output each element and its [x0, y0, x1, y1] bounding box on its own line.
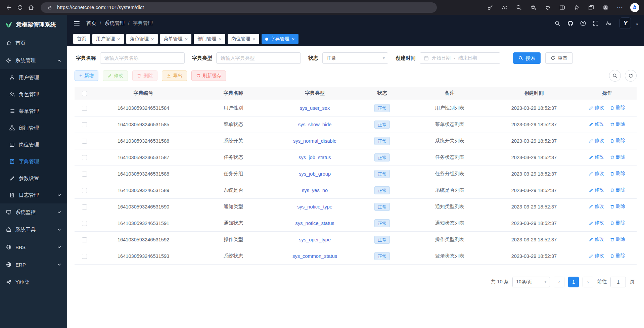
sidebar-item-menu[interactable]: 菜单管理	[0, 103, 67, 120]
password-key-icon[interactable]	[486, 3, 494, 11]
reset-button[interactable]: 重置	[545, 52, 573, 64]
delete-button[interactable]: 删除	[132, 71, 157, 81]
row-edit-button[interactable]: 修改	[589, 138, 604, 144]
row-edit-button[interactable]: 修改	[589, 187, 604, 193]
refresh-cache-button[interactable]: 刷新缓存	[191, 71, 226, 81]
view-tab[interactable]: 部门管理 ×	[194, 34, 225, 44]
view-tab[interactable]: 用户管理 ×	[92, 34, 124, 44]
user-menu-caret-icon[interactable]: ▾	[636, 22, 638, 27]
row-delete-button[interactable]: 删除	[610, 138, 625, 144]
row-delete-button[interactable]: 删除	[610, 187, 625, 193]
row-checkbox[interactable]	[82, 106, 87, 111]
row-checkbox[interactable]	[82, 188, 87, 193]
row-delete-button[interactable]: 删除	[610, 105, 625, 111]
split-screen-icon[interactable]	[558, 3, 566, 11]
row-checkbox[interactable]	[82, 155, 87, 160]
sidebar-item-post[interactable]: 岗位管理	[0, 136, 67, 153]
favorites-bar-icon[interactable]	[572, 3, 581, 11]
dict-type-link[interactable]: sys_job_group	[299, 171, 331, 177]
row-checkbox[interactable]	[82, 204, 87, 209]
sidebar-item-tools[interactable]: 系统工具	[0, 221, 67, 238]
dict-name-input[interactable]	[100, 52, 185, 64]
row-delete-button[interactable]: 删除	[610, 203, 625, 209]
row-edit-button[interactable]: 修改	[589, 253, 604, 259]
goto-page-input[interactable]	[610, 277, 626, 287]
profile-avatar[interactable]	[601, 3, 609, 11]
dict-type-link[interactable]: sys_notice_status	[295, 221, 334, 226]
row-edit-button[interactable]: 修改	[589, 220, 604, 226]
row-edit-button[interactable]: 修改	[589, 121, 604, 127]
sidebar-item-log[interactable]: 日志管理	[0, 187, 67, 203]
add-favorite-icon[interactable]	[529, 3, 537, 11]
view-tab[interactable]: 岗位管理 ×	[228, 34, 259, 44]
edit-button[interactable]: 修改	[103, 71, 128, 81]
row-checkbox[interactable]	[82, 139, 87, 144]
view-tab[interactable]: 字典管理 ×	[262, 34, 298, 44]
bing-icon[interactable]: b	[630, 3, 639, 12]
row-edit-button[interactable]: 修改	[589, 105, 604, 111]
date-range-picker[interactable]: 开始日期 - 结束日期	[420, 52, 500, 64]
dict-type-link[interactable]: sys_yes_no	[302, 188, 328, 193]
dict-type-link[interactable]: sys_user_sex	[300, 105, 330, 111]
dict-type-link[interactable]: sys_notice_type	[297, 204, 332, 209]
sidebar-item-yi[interactable]: Yi框架	[0, 273, 67, 291]
breadcrumb-item[interactable]: 首页	[86, 20, 96, 27]
status-select[interactable]: ▾	[322, 52, 388, 64]
row-checkbox[interactable]	[82, 237, 87, 242]
user-avatar[interactable]: Y	[619, 17, 631, 29]
breadcrumb-item[interactable]: 字典管理	[125, 20, 153, 27]
sidebar-item-system[interactable]: 系统管理	[0, 52, 67, 69]
dict-type-link[interactable]: sys_oper_type	[299, 237, 331, 242]
sidebar-item-erp[interactable]: ERP	[0, 256, 67, 273]
browser-refresh-button[interactable]	[16, 3, 24, 11]
status-select-value[interactable]	[322, 52, 388, 64]
select-all-checkbox[interactable]	[82, 91, 87, 96]
export-button[interactable]: 导出	[162, 71, 187, 81]
breadcrumb-item[interactable]: 系统管理	[96, 20, 125, 27]
add-button[interactable]: + 新增	[75, 71, 98, 81]
row-edit-button[interactable]: 修改	[589, 236, 604, 242]
row-edit-button[interactable]: 修改	[589, 203, 604, 209]
sidebar-item-dept[interactable]: 部门管理	[0, 120, 67, 136]
refresh-table-button[interactable]	[625, 70, 637, 82]
row-delete-button[interactable]: 删除	[610, 220, 625, 226]
row-checkbox[interactable]	[82, 122, 87, 127]
view-tab[interactable]: 首页	[73, 34, 90, 44]
row-checkbox[interactable]	[82, 254, 87, 259]
row-delete-button[interactable]: 删除	[610, 253, 625, 259]
sidebar-item-home[interactable]: 首页	[0, 34, 67, 52]
tab-close-icon[interactable]: ×	[185, 37, 188, 42]
sidebar-item-role[interactable]: 角色管理	[0, 86, 67, 103]
row-delete-button[interactable]: 删除	[610, 171, 625, 177]
tab-close-icon[interactable]: ×	[117, 37, 120, 42]
row-checkbox[interactable]	[82, 221, 87, 226]
read-aloud-icon[interactable]	[500, 3, 508, 11]
dict-type-link[interactable]: sys_show_hide	[298, 122, 332, 127]
dict-type-input[interactable]	[216, 52, 301, 64]
tab-close-icon[interactable]: ×	[219, 37, 222, 42]
sidebar-item-monitor[interactable]: 系统监控	[0, 203, 67, 221]
view-tab[interactable]: 角色管理 ×	[126, 34, 158, 44]
sidebar-item-param[interactable]: 参数设置	[0, 170, 67, 187]
zoom-icon[interactable]	[515, 3, 523, 11]
tab-close-icon[interactable]: ×	[252, 37, 256, 42]
dict-type-link[interactable]: sys_common_status	[292, 253, 337, 259]
next-page-button[interactable]: ›	[583, 277, 593, 287]
dict-type-link[interactable]: sys_job_status	[298, 155, 331, 160]
help-icon[interactable]	[579, 19, 587, 27]
row-edit-button[interactable]: 修改	[589, 154, 604, 160]
view-tab[interactable]: 菜单管理 ×	[160, 34, 192, 44]
tab-close-icon[interactable]: ×	[151, 37, 154, 42]
browser-essentials-icon[interactable]	[544, 3, 552, 11]
font-size-icon[interactable]	[605, 19, 612, 27]
dict-type-link[interactable]: sys_normal_disable	[293, 138, 336, 144]
address-bar[interactable]: https://ccnetcore.com:1101/system/dict	[41, 2, 437, 13]
search-icon[interactable]	[554, 19, 561, 27]
fullscreen-icon[interactable]	[592, 19, 600, 27]
row-checkbox[interactable]	[82, 172, 87, 177]
back-button[interactable]	[5, 3, 13, 11]
page-size-select[interactable]: 10条/页 ▾	[512, 277, 550, 287]
row-edit-button[interactable]: 修改	[589, 171, 604, 177]
github-icon[interactable]	[566, 19, 574, 27]
sidebar-item-bbs[interactable]: BBS	[0, 238, 67, 256]
